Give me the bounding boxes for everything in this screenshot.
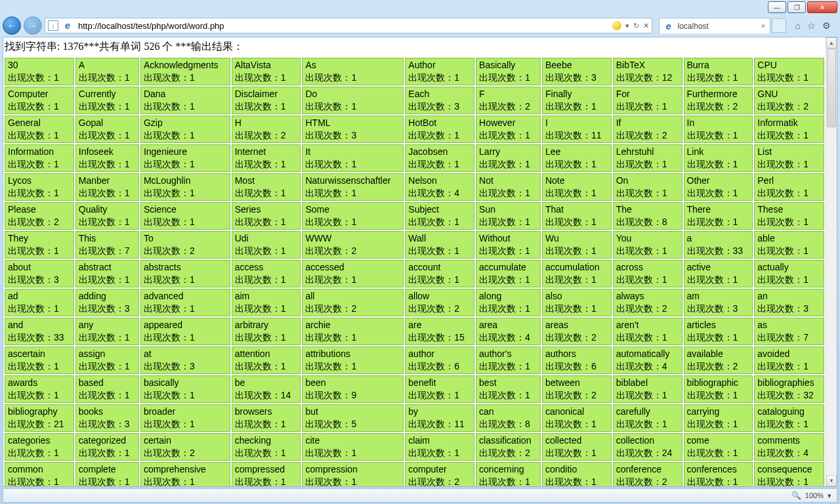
window-minimize-button[interactable]: — [768,1,786,13]
word-cell: Gzip出现次数：1 [140,116,230,143]
word-cell: F出现次数：2 [476,87,541,114]
word-cell: assign出现次数：1 [75,346,139,374]
word-cell: Basically出现次数：1 [476,58,541,85]
word-cell: cataloguing出现次数：1 [754,404,824,432]
word-cell: Acknowledgments出现次数：1 [140,58,230,85]
word-cell: For出现次数：1 [613,87,682,114]
word-cell: This出现次数：7 [75,231,139,259]
word-cell: bibliographic出现次数：1 [684,375,753,403]
word-cell: author出现次数：6 [405,346,474,374]
word-cell: come出现次数：1 [684,433,753,461]
scroll-up-button[interactable]: ▲ [826,37,837,49]
word-cell: broader出现次数：1 [140,404,230,432]
url-input[interactable] [77,20,608,32]
word-cell: List出现次数：1 [754,144,824,172]
word-cell: Science出现次数：1 [140,202,230,230]
table-row: ad出现次数：1adding出现次数：3advanced出现次数：1aim出现次… [5,289,824,316]
word-cell: On出现次数：1 [613,173,682,201]
browser-tab[interactable]: e localhost × [659,18,770,33]
word-cell: Naturwissenschaftler出现次数：1 [302,173,404,201]
window-close-button[interactable]: ✕ [807,1,837,13]
home-icon[interactable]: ⌂ [795,20,801,31]
word-cell: That出现次数：1 [542,202,612,230]
word-cell: able出现次数：1 [754,231,824,259]
word-cell: H出现次数：2 [232,116,301,143]
word-cell: arbitrary出现次数：1 [232,318,301,345]
forward-button[interactable]: → [24,16,42,35]
word-cell: active出现次数：1 [684,260,753,287]
word-cell: but出现次数：5 [302,404,404,432]
word-cell: am出现次数：3 [684,289,753,316]
word-cell: There出现次数：1 [684,202,753,230]
window-titlebar: — ❐ ✕ [0,0,840,14]
tab-close-button[interactable]: × [761,22,766,31]
word-cell: Link出现次数：1 [684,144,753,172]
word-cell: Larry出现次数：1 [476,144,541,172]
word-cell: Some出现次数：1 [302,202,404,230]
word-cell: an出现次数：3 [754,289,824,316]
word-cell: always出现次数：2 [613,289,682,316]
address-bar[interactable]: ↓ e ▾ ↻ ✕ [45,18,652,33]
word-cell: comprehensive出现次数：1 [140,462,230,486]
window-maximize-button[interactable]: ❐ [788,1,806,13]
word-cell: Manber出现次数：1 [75,173,139,201]
table-row: 30出现次数：1A出现次数：1Acknowledgments出现次数：1Alta… [5,58,824,85]
word-cell: comments出现次数：4 [754,433,824,461]
word-cell: adding出现次数：3 [75,289,139,316]
ie-logo-icon: e [62,20,73,31]
word-cell: attention出现次数：1 [232,346,301,374]
word-cell: Information出现次数：1 [5,144,74,172]
word-cell: categories出现次数：1 [5,433,74,461]
scroll-down-button[interactable]: ▼ [826,475,837,486]
word-cell: Note出现次数：1 [542,173,612,201]
table-row: Information出现次数：1Infoseek出现次数：1Ingenieur… [5,144,824,172]
word-cell: by出现次数：11 [405,404,474,432]
word-frequency-table: 30出现次数：1A出现次数：1Acknowledgments出现次数：1Alta… [3,56,826,486]
word-cell: awards出现次数：1 [5,375,74,403]
word-cell: ascertain出现次数：1 [5,346,74,374]
tools-icon[interactable]: ⚙ [822,20,831,31]
url-dropdown-button[interactable]: ▾ [625,22,629,30]
word-cell: Subject出现次数：1 [405,202,474,230]
word-cell: abstracts出现次数：1 [140,260,230,287]
word-cell: McLoughlin出现次数：1 [140,173,230,201]
word-cell: certain出现次数：2 [140,433,230,461]
word-cell: Without出现次数：1 [476,231,541,259]
compatibility-icon[interactable] [612,21,621,30]
refresh-button[interactable]: ↻ [633,22,639,30]
scroll-thumb[interactable] [827,49,836,127]
word-cell: browsers出现次数：1 [232,404,301,432]
word-cell: categorized出现次数：1 [75,433,139,461]
word-cell: allow出现次数：2 [405,289,474,316]
word-cell: Lehrstuhl出现次数：1 [613,144,682,172]
word-cell: attributions出现次数：1 [302,346,404,374]
word-cell: In出现次数：1 [684,116,753,143]
word-cell: common出现次数：1 [5,462,74,486]
word-cell: available出现次数：2 [684,346,753,374]
new-tab-button[interactable] [772,18,786,33]
download-icon[interactable]: ↓ [48,20,58,31]
favorites-icon[interactable]: ☆ [807,20,816,31]
table-row: bibliography出现次数：21books出现次数：3broader出现次… [5,404,824,432]
word-cell: conference出现次数：2 [613,462,682,486]
word-cell: concerning出现次数：1 [476,462,541,486]
zoom-dropdown[interactable]: ▾ [828,492,831,500]
word-cell: checking出现次数：1 [232,433,301,461]
zoom-icon[interactable]: 🔍 [791,491,801,500]
word-cell: a出现次数：33 [684,231,753,259]
table-row: common出现次数：1complete出现次数：1comprehensive出… [5,462,824,486]
back-button[interactable]: ← [3,16,21,35]
word-cell: You出现次数：1 [613,231,682,259]
word-cell: area出现次数：4 [476,318,541,345]
word-cell: Each出现次数：3 [405,87,474,114]
vertical-scrollbar[interactable]: ▲ ▼ [826,37,837,486]
page-content: 找到字符串: 1376***共有单词 526 个 ***输出结果： 30出现次数… [3,37,826,486]
table-row: categories出现次数：1categorized出现次数：1certain… [5,433,824,461]
stop-button[interactable]: ✕ [643,22,649,30]
word-cell: To出现次数：2 [140,231,230,259]
word-cell: can出现次数：8 [476,404,541,432]
word-cell: across出现次数：1 [613,260,682,287]
word-cell: computer出现次数：2 [405,462,474,486]
word-cell: accessed出现次数：1 [302,260,404,287]
zoom-level[interactable]: 100% [805,492,824,499]
